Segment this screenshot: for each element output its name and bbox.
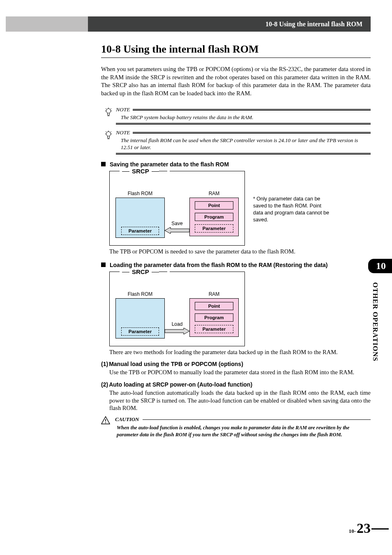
lightbulb-icon	[101, 129, 116, 141]
flash-rom-box: Flash ROM Parameter	[115, 298, 165, 339]
chapter-label: OTHER OPERATIONS	[371, 282, 379, 362]
caution-block: CAUTION When the auto-load function is e…	[101, 416, 371, 438]
rule-icon	[116, 123, 371, 124]
ram-label: RAM	[209, 291, 220, 297]
rule-icon	[133, 132, 371, 134]
load-diagram-wrap: SRCP Flash ROM Parameter Load RAM Point …	[101, 272, 371, 346]
page-title: 10-8 Using the internal flash ROM	[101, 43, 371, 58]
page-header: 10-8 Using the internal flash ROM	[0, 16, 392, 32]
note-text: The internal flash ROM can be used when …	[116, 137, 371, 151]
section-heading: Loading the parameter data from the flas…	[101, 262, 371, 268]
arrow-right-icon	[165, 328, 189, 334]
page-num: 23	[357, 520, 371, 536]
arrow-label: Save	[171, 221, 182, 226]
ram-parameter-cell: Parameter	[195, 224, 233, 233]
svg-point-6	[105, 422, 106, 423]
svg-marker-2	[165, 227, 189, 234]
section-heading-text: Saving the parameter data to the flash R…	[110, 161, 229, 168]
rule-icon	[116, 153, 371, 154]
arrow-label: Load	[172, 321, 183, 327]
sub-head: Auto loading at SRCP power-on (Auto-load…	[109, 381, 252, 388]
ram-box: RAM Point Program Parameter	[189, 298, 239, 337]
page-content: 10-8 Using the internal flash ROM When y…	[101, 43, 371, 438]
flash-rom-label: Flash ROM	[128, 291, 153, 297]
header-gray-block	[6, 16, 88, 32]
chapter-tab: 10 OTHER OPERATIONS	[368, 259, 382, 362]
rule-icon	[133, 109, 371, 111]
intro-paragraph: When you set parameters using the TPB or…	[101, 65, 371, 97]
subsection: (2) Auto loading at SRCP power-on (Auto-…	[101, 381, 371, 412]
header-title-bar: 10-8 Using the internal flash ROM	[88, 16, 371, 32]
page-number: 10- 23	[349, 520, 371, 536]
flash-rom-label: Flash ROM	[128, 191, 153, 196]
ram-parameter-cell: Parameter	[195, 325, 233, 333]
ram-point-cell: Point	[195, 201, 233, 210]
bullet-icon	[101, 162, 106, 166]
sub-head: Manual load using the TPB or POPCOM (opt…	[109, 361, 243, 367]
ram-program-cell: Program	[195, 313, 233, 322]
load-diagram: SRCP Flash ROM Parameter Load RAM Point …	[109, 272, 245, 346]
caution-text: When the auto-load function is enabled, …	[115, 424, 371, 438]
sub-text: The auto-load function automatically loa…	[109, 389, 371, 412]
section-heading: Saving the parameter data to the flash R…	[101, 161, 371, 168]
save-arrow: Save	[165, 221, 189, 234]
caution-label: CAUTION	[115, 416, 139, 423]
ram-label: RAM	[209, 191, 220, 196]
section-heading-text: Loading the parameter data from the flas…	[110, 262, 327, 268]
load-arrow: Load	[165, 321, 189, 334]
save-caption: The TPB or POPCOM is needed to save the …	[109, 248, 371, 255]
chapter-number: 10	[368, 259, 392, 273]
lightbulb-icon	[101, 106, 116, 118]
svg-marker-3	[165, 328, 189, 334]
svg-point-1	[106, 132, 111, 136]
note-label: NOTE	[116, 129, 130, 136]
note-text: The SRCP system backup battery retains t…	[116, 114, 371, 121]
subsection: (1) Manual load using the TPB or POPCOM …	[101, 361, 371, 376]
ram-box: RAM Point Program Parameter	[189, 198, 239, 236]
bullet-icon	[101, 263, 106, 267]
ram-point-cell: Point	[195, 302, 233, 310]
header-breadcrumb: 10-8 Using the internal flash ROM	[265, 21, 362, 28]
rule-icon	[143, 419, 371, 420]
footer-rule-icon	[371, 528, 389, 530]
diagram-title: SRCP	[120, 168, 170, 175]
save-diagram-wrap: SRCP Flash ROM Parameter Save RAM Point …	[101, 171, 371, 246]
save-diagram: SRCP Flash ROM Parameter Save RAM Point …	[109, 171, 245, 246]
flashrom-parameter-cell: Parameter	[121, 227, 159, 235]
sub-text: Use the TPB or POPCOM to manually load t…	[109, 368, 371, 376]
flash-rom-box: Flash ROM Parameter	[115, 198, 165, 238]
diagram-side-note: * Only parameter data can be saved to th…	[253, 196, 331, 223]
page-prefix: 10-	[349, 528, 356, 534]
ram-program-cell: Program	[195, 213, 233, 221]
note-block: NOTE The SRCP system backup battery reta…	[101, 106, 371, 124]
arrow-left-icon	[165, 227, 189, 234]
note-label: NOTE	[116, 106, 130, 113]
svg-point-0	[106, 109, 111, 113]
load-caption: There are two methods for loading the pa…	[109, 349, 371, 356]
sub-num: (2)	[101, 381, 108, 388]
sub-num: (1)	[101, 361, 108, 367]
diagram-title: SRCP	[120, 268, 170, 275]
note-block: NOTE The internal flash ROM can be used …	[101, 129, 371, 154]
flashrom-parameter-cell: Parameter	[121, 327, 159, 336]
caution-icon	[101, 416, 110, 426]
